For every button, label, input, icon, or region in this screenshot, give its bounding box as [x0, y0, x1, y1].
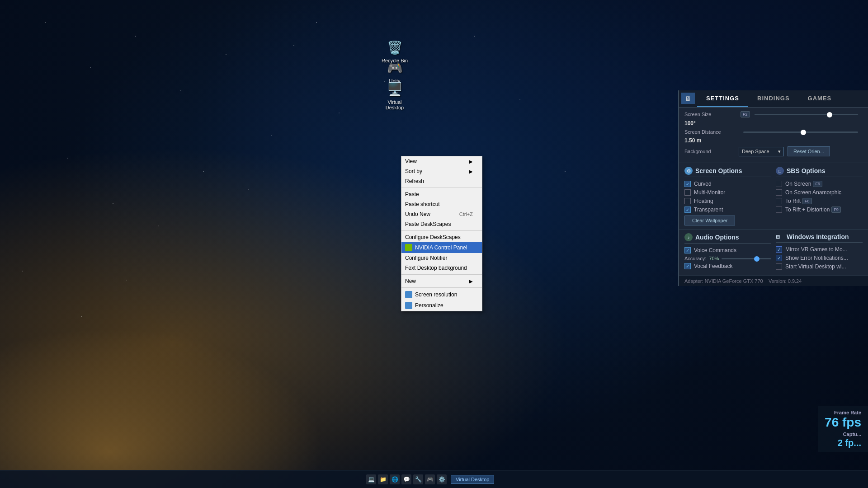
ctx-new-arrow: ▶: [469, 279, 473, 284]
tab-games[interactable]: GAMES: [799, 90, 841, 107]
frame-rate-label: Frame Rate: [834, 410, 861, 415]
taskbar-icon-0[interactable]: 💻: [366, 474, 376, 484]
virtual-desktop-taskbar-button[interactable]: Virtual Desktop: [451, 475, 494, 484]
to-rift-shortcut: F8: [802, 198, 812, 204]
voice-commands-checkbox[interactable]: [684, 247, 691, 253]
ctx-paste-deskscapes-label: Paste DeskScapes: [405, 221, 451, 227]
windows-integration-label: Windows Integration: [787, 233, 849, 240]
vocal-feedback-row: Vocal Feedback: [684, 263, 771, 269]
panel-header-monitor-icon: 🖥: [681, 93, 695, 104]
panel-footer: Adapter: NVIDIA GeForce GTX 770 Version:…: [679, 276, 868, 286]
to-rift-distortion-label: To Rift + Distortion: [785, 206, 830, 213]
screen-size-thumb: [827, 112, 832, 117]
accuracy-label: Accuracy:: [684, 256, 706, 261]
taskbar-icon-4[interactable]: 🔧: [413, 474, 423, 484]
ctx-undo-new[interactable]: Undo New Ctrl+Z: [401, 209, 482, 219]
taskbar: 💻 📁 🌐 💬 🔧 🎮 ⚙️ Virtual Desktop: [0, 470, 868, 488]
ctx-nvidia-control-panel[interactable]: NVIDIA Control Panel: [401, 242, 482, 253]
ctx-screen-resolution[interactable]: Screen resolution: [401, 289, 482, 300]
transparent-checkbox[interactable]: [684, 206, 691, 213]
windows-icon: ⊞: [776, 234, 784, 240]
ctx-new[interactable]: New ▶: [401, 276, 482, 286]
multi-monitor-checkbox[interactable]: [684, 189, 691, 196]
tab-settings[interactable]: SETTINGS: [697, 90, 748, 107]
ctx-paste-shortcut-label: Paste shortcut: [405, 201, 440, 207]
transparent-label: Transparent: [694, 206, 723, 213]
ctx-configure-deskscapes[interactable]: Configure DeskScapes: [401, 232, 482, 242]
curved-label: Curved: [694, 181, 712, 187]
screen-size-value-row: 100°: [684, 120, 863, 127]
virtual-desktop-label: Virtual Desktop: [379, 99, 410, 110]
recycle-bin-image: 🗑️: [386, 38, 404, 56]
fps-value: 76 fps: [825, 416, 861, 429]
ctx-refresh[interactable]: Refresh: [401, 176, 482, 186]
vocal-feedback-checkbox[interactable]: [684, 263, 691, 269]
ctx-undo-shortcut: Ctrl+Z: [459, 211, 473, 217]
to-rift-row: To Rift F8: [776, 198, 863, 204]
personalize-icon: [405, 302, 412, 309]
background-value: Deep Space: [742, 149, 769, 154]
curved-row: Curved: [684, 181, 771, 187]
reset-orientation-button[interactable]: Reset Orien...: [788, 146, 830, 156]
virtual-desktop-image: 🖥️: [386, 80, 404, 98]
vocal-feedback-label: Vocal Feedback: [694, 263, 732, 269]
windows-symbol: ⊞: [776, 234, 780, 240]
taskbar-icons: 💻 📁 🌐 💬 🔧 🎮 ⚙️ Virtual Desktop: [366, 474, 494, 484]
accuracy-slider[interactable]: [722, 258, 771, 259]
ctx-fext-desktop-bg[interactable]: Fext Desktop background: [401, 263, 482, 273]
ctx-paste-deskscapes[interactable]: Paste DeskScapes: [401, 219, 482, 229]
ctx-paste[interactable]: Paste: [401, 189, 482, 199]
ctx-sep-4: [401, 287, 482, 288]
tab-bindings[interactable]: BINDINGS: [748, 90, 799, 107]
accuracy-value: 70%: [709, 256, 719, 261]
ctx-personalize[interactable]: Personalize: [401, 300, 482, 311]
unity-image: 🎮: [386, 59, 404, 77]
start-virtual-checkbox[interactable]: [776, 263, 782, 270]
virtual-desktop-icon[interactable]: 🖥️ Virtual Desktop: [379, 80, 410, 110]
taskbar-icon-2[interactable]: 🌐: [390, 474, 400, 484]
ctx-sort-by[interactable]: Sort by ▶: [401, 166, 482, 176]
screen-options-label: Screen Options: [695, 167, 742, 174]
to-rift-checkbox[interactable]: [776, 198, 782, 204]
ctx-sep-2: [401, 230, 482, 231]
to-rift-distortion-checkbox[interactable]: [776, 206, 782, 213]
version-value: 0.9.24: [788, 278, 802, 284]
sbs-options-column: □ SBS Options On Screen F6 On Screen Ana…: [776, 167, 863, 225]
screen-size-slider[interactable]: [755, 114, 858, 115]
audio-icon: ♪: [684, 233, 693, 241]
audio-options-title: ♪ Audio Options: [684, 233, 771, 244]
windows-integration-title: ⊞ Windows Integration: [776, 233, 863, 243]
mirror-vr-checkbox[interactable]: [776, 246, 782, 253]
screen-distance-value-row: 1.50 m: [684, 137, 863, 144]
screen-distance-slider[interactable]: [743, 131, 858, 133]
ctx-sort-arrow: ▶: [469, 169, 473, 174]
ctx-view-arrow: ▶: [469, 159, 473, 164]
floating-checkbox[interactable]: [684, 198, 691, 204]
on-screen-checkbox[interactable]: [776, 181, 782, 187]
background-dropdown[interactable]: Deep Space ▾: [739, 147, 784, 156]
taskbar-icon-1[interactable]: 📁: [378, 474, 388, 484]
desktop: 🗑️ Recycle Bin 🎮 Unity 🖥️ Virtual Deskto…: [0, 0, 868, 488]
audio-symbol: ♪: [688, 235, 690, 240]
windows-integration-column: ⊞ Windows Integration Mirror VR Games to…: [776, 233, 863, 272]
taskbar-icon-6[interactable]: ⚙️: [437, 474, 447, 484]
clear-wallpaper-button[interactable]: Clear Wallpaper: [684, 216, 735, 225]
ctx-paste-shortcut[interactable]: Paste shortcut: [401, 199, 482, 209]
screen-size-section: Screen Size F2 100° Screen Distance 1.50…: [679, 108, 868, 163]
show-error-row: Show Error Notifications...: [776, 255, 863, 261]
on-screen-anamorphic-checkbox[interactable]: [776, 189, 782, 196]
ctx-new-label: New: [405, 278, 416, 284]
on-screen-anamorphic-row: On Screen Anamorphic: [776, 189, 863, 196]
ctx-screen-res-label: Screen resolution: [415, 291, 457, 298]
gear-icon: ⚙: [687, 169, 691, 174]
show-error-checkbox[interactable]: [776, 255, 782, 261]
adapter-label: Adapter:: [684, 278, 703, 284]
ctx-view[interactable]: View ▶: [401, 156, 482, 166]
settings-panel: 🖥 SETTINGS BINDINGS GAMES Screen Size F2…: [678, 90, 868, 286]
curved-checkbox[interactable]: [684, 181, 691, 187]
taskbar-icon-3[interactable]: 💬: [401, 474, 411, 484]
ctx-configure-notifier[interactable]: Configure Notifier: [401, 253, 482, 263]
taskbar-icon-5[interactable]: 🎮: [425, 474, 435, 484]
ctx-sort-label: Sort by: [405, 168, 422, 174]
screen-distance-thumb: [801, 130, 806, 135]
